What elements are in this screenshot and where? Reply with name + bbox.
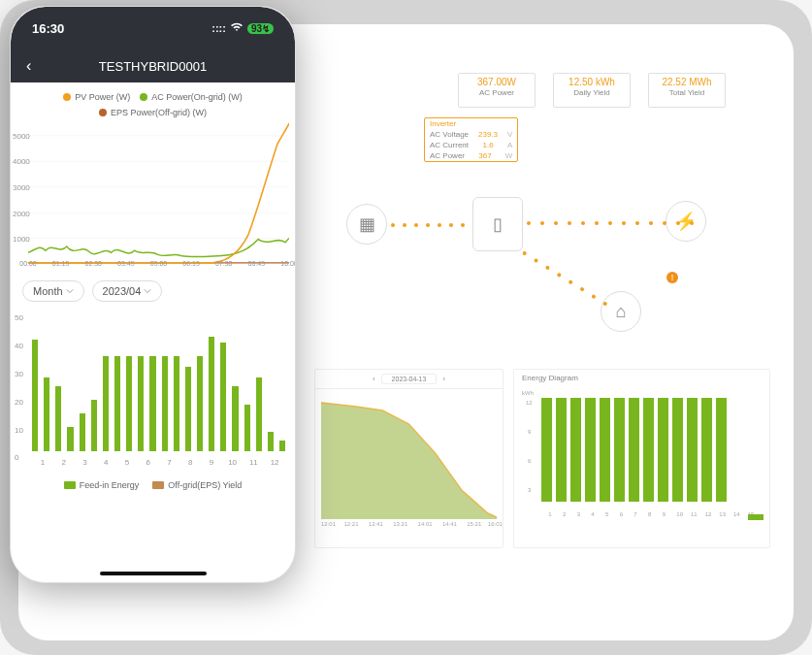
bar-legend: Feed-in Energy Off-grid(EPS) Yield (11, 471, 295, 494)
phone-bar-chart[interactable]: 50 40 30 20 10 0 123456789101112 (32, 311, 285, 467)
home-node-icon: ⌂ (601, 291, 641, 332)
summary-total-yield: 22.52 MWh Total Yield (648, 73, 726, 108)
energy-panel-title: Energy Diagram (514, 370, 769, 386)
flow-dots (527, 222, 701, 224)
off-swatch-icon (152, 481, 164, 489)
inverter-node-icon: ▯ (472, 197, 523, 251)
date-field[interactable]: 2023-04-13 (381, 374, 438, 384)
summary-row: 367.00W AC Power 12.50 kWh Daily Yield 2… (458, 73, 726, 108)
day-area-panel: ‹ 2023-04-13 › 12:01 12:21 12:41 13:21 1… (314, 369, 503, 548)
month-select[interactable]: 2023/04 (92, 280, 163, 302)
summary-ac-power-value: 367.00W (461, 77, 533, 87)
page-title: TESTHYBRID0001 (99, 59, 207, 74)
summary-total-label: Total Yield (651, 88, 723, 97)
line-legend: PV Power (W) AC Power(On-grid) (W) EPS P… (11, 82, 295, 121)
phone-frame: 16:30 :::: 93↯ ‹ TESTHYBRID0001 PV Power… (10, 6, 296, 583)
flow-dots (522, 251, 613, 310)
summary-ac-power-label: AC Power (461, 88, 533, 97)
summary-daily-value: 12.50 kWh (556, 77, 628, 87)
pv-node-icon: ▦ (346, 204, 387, 245)
date-next-icon[interactable]: › (442, 376, 444, 382)
energy-legend-swatch (748, 514, 763, 520)
day-area-chart[interactable]: 12:01 12:21 12:41 13:21 14:01 14:41 15:2… (321, 393, 497, 519)
summary-total-value: 22.52 MWh (651, 77, 723, 87)
period-select[interactable]: Month (22, 280, 84, 302)
feed-swatch-icon (64, 481, 76, 489)
date-prev-icon[interactable]: ‹ (373, 376, 374, 382)
ac-dot-icon (140, 93, 147, 101)
cellular-icon: :::: (211, 22, 226, 34)
chevron-down-icon (66, 287, 74, 295)
summary-daily-yield: 12.50 kWh Daily Yield (553, 73, 631, 108)
date-nav: ‹ 2023-04-13 › (315, 370, 503, 389)
energy-flow-diagram: ▦ ▯ ⚡ ⌂ ! (329, 121, 745, 344)
summary-ac-power: 367.00W AC Power (458, 73, 536, 108)
period-selectors: Month 2023/04 (11, 271, 295, 308)
wifi-icon (230, 22, 244, 34)
warning-icon[interactable]: ! (666, 272, 678, 283)
home-indicator[interactable] (100, 572, 207, 575)
status-time: 16:30 (32, 21, 64, 36)
title-bar: ‹ TESTHYBRID0001 (11, 49, 295, 82)
summary-daily-label: Daily Yield (556, 88, 628, 97)
pv-dot-icon (63, 93, 71, 101)
battery-badge: 93↯ (247, 23, 274, 34)
energy-bar-chart[interactable]: kWh 12 9 6 3 123456789101112131415 (524, 392, 760, 516)
flow-dots (391, 224, 471, 226)
energy-diagram-panel: Energy Diagram kWh 12 9 6 3 123456789101… (513, 369, 770, 548)
status-bar: 16:30 :::: 93↯ (11, 7, 295, 49)
chevron-down-icon (144, 287, 151, 295)
eps-dot-icon (99, 109, 107, 116)
grid-node-icon: ⚡ (666, 201, 706, 242)
phone-line-chart[interactable]: 5000 4000 3000 2000 1000 00:0001:1502:30… (28, 121, 289, 265)
back-icon[interactable]: ‹ (26, 57, 31, 75)
